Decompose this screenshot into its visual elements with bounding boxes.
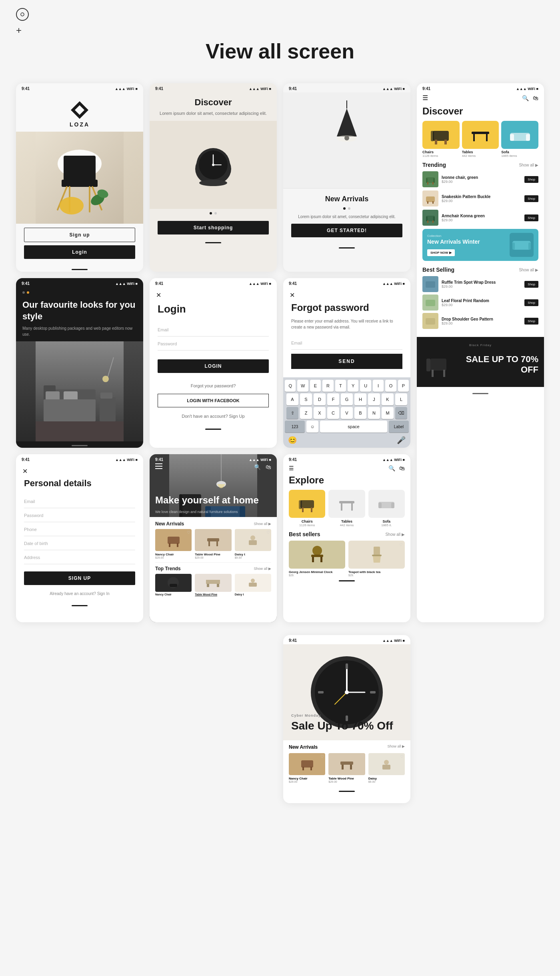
search-icon[interactable]: 🔍 xyxy=(522,95,529,101)
signup-link[interactable]: Don't have an account? Sign Up xyxy=(150,411,277,425)
explore-chairs[interactable]: Chairs 1126 items xyxy=(289,490,325,527)
key-h[interactable]: H xyxy=(354,393,366,405)
do-login-btn[interactable]: LOGIN xyxy=(158,359,269,373)
already-account-link[interactable]: Already have an account? Sign In xyxy=(16,588,143,601)
key-c[interactable]: C xyxy=(327,407,339,419)
key-n[interactable]: N xyxy=(368,407,380,419)
best-selling-show-all[interactable]: Show all ▶ xyxy=(519,268,538,272)
sale-heart-1[interactable]: ♡ xyxy=(320,754,324,759)
close-x-btn[interactable]: ✕ xyxy=(150,287,277,301)
shop-btn-1[interactable]: Shop xyxy=(524,176,538,183)
svg-rect-39 xyxy=(427,182,428,184)
key-u[interactable]: U xyxy=(360,380,371,392)
category-chairs[interactable]: Chairs 1126 items xyxy=(422,121,460,158)
close-x-personal[interactable]: ✕ xyxy=(16,463,143,477)
category-tables[interactable]: Tables 442 items xyxy=(462,121,499,158)
key-f[interactable]: F xyxy=(327,393,339,405)
cart-icon[interactable]: 🛍 xyxy=(533,95,538,101)
trending-name-3: Armchair Konna green xyxy=(442,214,521,218)
best-shop-btn-3[interactable]: Shop xyxy=(524,318,538,325)
dark-heart-1[interactable]: ♡ xyxy=(187,530,190,535)
email-field: Email xyxy=(158,323,269,337)
key-v[interactable]: V xyxy=(341,407,353,419)
dark-cart-icon[interactable]: 🛍 xyxy=(266,464,271,470)
login-button[interactable]: Login xyxy=(24,245,135,259)
facebook-login-btn[interactable]: LOGIN WITH FACEBOOK xyxy=(158,394,269,407)
close-x-btn-forgot[interactable]: ✕ xyxy=(283,287,410,301)
best-shop-btn-2[interactable]: Shop xyxy=(524,299,538,306)
screen-personal-details: 9:41 ▲▲▲ WiFi ■ ✕ Personal details Email… xyxy=(16,454,143,622)
hamburger-icon[interactable]: ☰ xyxy=(422,94,428,102)
svg-rect-127 xyxy=(340,762,353,765)
explore-categories: Chairs 1126 items Tables 442 items Sofa … xyxy=(283,490,410,531)
signup-button[interactable]: Sign up xyxy=(24,228,135,242)
trending-img-3 xyxy=(422,210,438,226)
key-o[interactable]: O xyxy=(385,380,396,392)
key-m[interactable]: M xyxy=(382,407,394,419)
explore-search-icon[interactable]: 🔍 xyxy=(388,465,395,471)
key-j[interactable]: J xyxy=(368,393,380,405)
key-g[interactable]: G xyxy=(341,393,353,405)
key-w[interactable]: W xyxy=(297,380,308,392)
explore-heart-1[interactable]: ♡ xyxy=(340,543,343,547)
sale-heart-2[interactable]: ♡ xyxy=(360,754,364,759)
shop-btn-2[interactable]: Shop xyxy=(524,195,538,202)
dark-hamburger[interactable] xyxy=(155,463,162,471)
key-e[interactable]: E xyxy=(310,380,321,392)
key-p[interactable]: P xyxy=(398,380,409,392)
key-i[interactable]: I xyxy=(373,380,384,392)
style-desc: Many desktop publishing packages and web… xyxy=(22,325,137,337)
key-a[interactable]: A xyxy=(286,393,298,405)
key-l[interactable]: L xyxy=(395,393,407,405)
top-trends-header: Top Trends Show all ▶ xyxy=(155,566,271,571)
sale-arrivals-show-all[interactable]: Show all ▶ xyxy=(387,744,405,750)
key-d[interactable]: D xyxy=(314,393,326,405)
explore-sofa[interactable]: Sofa 1865 it. xyxy=(368,490,405,527)
svg-rect-53 xyxy=(426,300,435,306)
personal-signup-btn[interactable]: SIGN UP xyxy=(24,571,135,585)
best-shop-btn-1[interactable]: Shop xyxy=(524,281,538,288)
svg-rect-111 xyxy=(320,557,322,562)
explore-hamburger[interactable]: ☰ xyxy=(289,465,294,471)
key-z[interactable]: Z xyxy=(300,407,312,419)
key-s[interactable]: S xyxy=(300,393,312,405)
shop-btn-3[interactable]: Shop xyxy=(524,214,538,221)
dark-search-icon[interactable]: 🔍 xyxy=(254,464,261,470)
explore-tables[interactable]: Tables 442 items xyxy=(328,490,365,527)
sale-heart-3[interactable]: ♡ xyxy=(400,754,404,759)
key-x[interactable]: X xyxy=(314,407,326,419)
explore-cart-icon[interactable]: 🛍 xyxy=(399,465,405,471)
explore-heart-2[interactable]: ♡ xyxy=(399,543,403,547)
key-b[interactable]: B xyxy=(354,407,366,419)
key-k[interactable]: K xyxy=(382,393,394,405)
status-icons-5: ▲▲▲ WiFi ■ xyxy=(249,282,271,286)
key-y[interactable]: Y xyxy=(348,380,358,392)
key-delete[interactable]: ⌫ xyxy=(395,407,407,419)
start-shopping-btn[interactable]: Start shopping xyxy=(158,221,269,234)
svg-rect-95 xyxy=(217,584,219,587)
best-name-2: Leaf Floral Print Random xyxy=(442,299,521,303)
forgot-password-link[interactable]: Forgot your password? xyxy=(150,381,277,394)
dark-new-arrivals: New Arrivals Show all ▶ ♡ Nancy Chair $2… xyxy=(150,517,277,623)
top-trends: Top Trends Show all ▶ Nancy Chair xyxy=(155,562,271,596)
key-r[interactable]: R xyxy=(322,380,333,392)
key-label[interactable]: Label xyxy=(389,421,409,433)
category-sofa[interactable]: Sofa 1865 items xyxy=(501,121,538,158)
key-emoji[interactable]: ☺ xyxy=(306,421,318,433)
explore-best-show-all[interactable]: Show all ▶ xyxy=(385,532,405,537)
dark-arrivals-show-all[interactable]: Show all ▶ xyxy=(254,522,271,526)
dark-heart-2[interactable]: ♡ xyxy=(227,530,230,535)
key-shift[interactable]: ⇧ xyxy=(286,407,298,419)
key-123[interactable]: 123 xyxy=(285,421,305,433)
shop-now-btn[interactable]: SHOP NOW ▶ xyxy=(427,249,455,256)
trending-show-all[interactable]: Show all ▶ xyxy=(519,163,538,167)
get-started-btn[interactable]: GET STARTED! xyxy=(291,224,402,237)
key-q[interactable]: Q xyxy=(285,380,296,392)
key-space[interactable]: space xyxy=(320,421,387,433)
send-btn[interactable]: SEND xyxy=(291,354,402,369)
sale-prod-price-1: $29.00 xyxy=(289,780,325,783)
top-trends-show-all[interactable]: Show all ▶ xyxy=(254,567,271,571)
key-t[interactable]: T xyxy=(335,380,346,392)
dark-heart-3[interactable]: ♡ xyxy=(266,530,270,535)
arrivals-desc: Lorem ipsum dolor sit amet, consectetur … xyxy=(291,214,402,220)
